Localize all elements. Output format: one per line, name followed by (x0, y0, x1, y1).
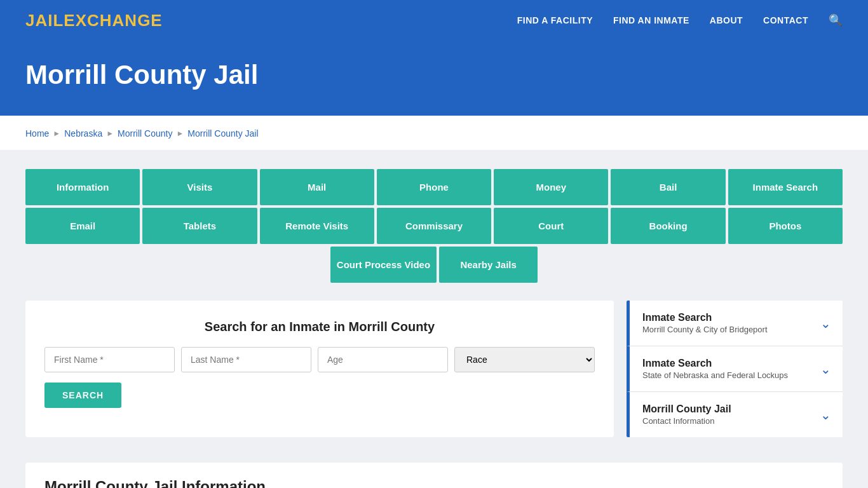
breadcrumb-current: Morrill County Jail (187, 128, 258, 139)
logo-jail: JAIL (25, 11, 64, 30)
logo-exchange: EXCHANGE (64, 11, 162, 30)
btn-remote-visits[interactable]: Remote Visits (260, 208, 374, 244)
breadcrumb-nebraska[interactable]: Nebraska (64, 128, 102, 139)
search-box: Search for an Inmate in Morrill County R… (25, 301, 614, 437)
search-fields: Race White Black Hispanic Asian Other (44, 347, 595, 372)
breadcrumb-sep-1: ► (53, 129, 60, 138)
btn-court[interactable]: Court (494, 208, 608, 244)
btn-photos[interactable]: Photos (728, 208, 843, 244)
nav-about[interactable]: ABOUT (710, 15, 743, 25)
nav-btn-row3: Court Process Video Nearby Jails (25, 247, 843, 283)
sidebar-item-title-3: Morrill County Jail (642, 403, 731, 415)
nav-btn-row2: Email Tablets Remote Visits Commissary C… (25, 208, 843, 244)
sidebar-item-inmate-search-local[interactable]: Inmate Search Morrill County & City of B… (627, 301, 843, 346)
chevron-icon-1: ⌄ (820, 316, 831, 331)
sidebar-item-title-2: Inmate Search (642, 358, 788, 369)
last-name-input[interactable] (181, 347, 311, 372)
btn-money[interactable]: Money (494, 169, 608, 205)
nav-find-inmate[interactable]: FIND AN INMATE (613, 15, 689, 25)
main-content: Information Visits Mail Phone Money Bail… (0, 150, 868, 488)
bottom-row: Morrill County Jail Information (25, 450, 843, 488)
search-button[interactable]: SEARCH (44, 383, 121, 408)
info-section: Morrill County Jail Information (25, 463, 843, 488)
first-name-input[interactable] (44, 347, 175, 372)
btn-information[interactable]: Information (25, 169, 140, 205)
page-title: Morrill County Jail (25, 60, 843, 90)
hero-section: Morrill County Jail (0, 41, 868, 116)
sidebar-item-title-1: Inmate Search (642, 312, 768, 323)
age-input[interactable] (318, 347, 448, 372)
header: JAILEXCHANGE FIND A FACILITY FIND AN INM… (0, 0, 868, 41)
btn-nearby-jails[interactable]: Nearby Jails (439, 247, 538, 283)
search-icon[interactable]: 🔍 (829, 13, 843, 27)
sidebar-item-text-3: Morrill County Jail Contact Information (642, 403, 731, 426)
btn-tablets[interactable]: Tablets (142, 208, 257, 244)
race-select[interactable]: Race White Black Hispanic Asian Other (454, 347, 595, 372)
btn-booking[interactable]: Booking (611, 208, 725, 244)
btn-mail[interactable]: Mail (260, 169, 374, 205)
btn-inmate-search[interactable]: Inmate Search (728, 169, 843, 205)
nav-contact[interactable]: CONTACT (763, 15, 808, 25)
main-nav: FIND A FACILITY FIND AN INMATE ABOUT CON… (517, 13, 843, 27)
nav-find-facility[interactable]: FIND A FACILITY (517, 15, 593, 25)
sidebar-item-inmate-search-state[interactable]: Inmate Search State of Nebraska and Fede… (627, 346, 843, 392)
breadcrumb: Home ► Nebraska ► Morrill County ► Morri… (25, 128, 843, 139)
sidebar-item-subtitle-2: State of Nebraska and Federal Lockups (642, 370, 788, 380)
sidebar-item-subtitle-3: Contact Information (642, 416, 731, 426)
sidebar-item-subtitle-1: Morrill County & City of Bridgeport (642, 325, 768, 334)
info-section-title: Morrill County Jail Information (44, 478, 824, 488)
search-title: Search for an Inmate in Morrill County (44, 320, 595, 334)
sidebar-item-contact-info[interactable]: Morrill County Jail Contact Information … (627, 392, 843, 437)
btn-phone[interactable]: Phone (377, 169, 491, 205)
breadcrumb-sep-2: ► (106, 129, 114, 138)
chevron-icon-2: ⌄ (820, 362, 831, 377)
btn-bail[interactable]: Bail (611, 169, 725, 205)
btn-court-process-video[interactable]: Court Process Video (330, 247, 437, 283)
btn-visits[interactable]: Visits (142, 169, 257, 205)
logo[interactable]: JAILEXCHANGE (25, 11, 163, 30)
sidebar-item-text-1: Inmate Search Morrill County & City of B… (642, 312, 768, 334)
breadcrumb-morrill-county[interactable]: Morrill County (118, 128, 172, 139)
content-row: Search for an Inmate in Morrill County R… (25, 301, 843, 437)
nav-btn-row1: Information Visits Mail Phone Money Bail… (25, 169, 843, 205)
breadcrumb-home[interactable]: Home (25, 128, 49, 139)
breadcrumb-sep-3: ► (176, 129, 184, 138)
sidebar: Inmate Search Morrill County & City of B… (627, 301, 843, 437)
breadcrumb-section: Home ► Nebraska ► Morrill County ► Morri… (0, 119, 868, 150)
btn-email[interactable]: Email (25, 208, 140, 244)
sidebar-item-text-2: Inmate Search State of Nebraska and Fede… (642, 358, 788, 380)
btn-commissary[interactable]: Commissary (377, 208, 491, 244)
chevron-icon-3: ⌄ (820, 407, 831, 423)
